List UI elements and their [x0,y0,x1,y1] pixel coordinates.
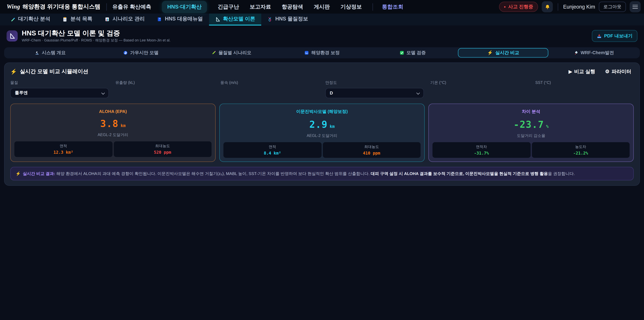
run-comparison-button[interactable]: ▶ 비교 실행 [566,68,598,76]
sst-input[interactable] [535,87,634,97]
app-logo[interactable]: Wing 해양환경 위기대응 통합시스템 [6,3,100,11]
metric-value: 410 ppm [324,151,419,155]
card-metrics: 면적 8.4 km² 최대농도 410 ppm [224,142,420,158]
notifications-button[interactable] [542,1,553,12]
top-nav-right: ● 사고 진행중 Eunjeong Kim 로그아웃 [499,1,641,12]
gear-icon: ⚙ [605,69,610,75]
note-text: 해양 환경에서 ALOHA의 과대 예측 경향이 확인됩니다. 이문진박사모델은… [55,171,371,176]
pencil-icon [212,51,216,55]
subtab-hns-substance-info[interactable]: HNS 물질정보 [261,14,314,26]
tab-realtime-comparison[interactable]: ⚡ 실시간 비교 [458,48,548,57]
air-temp-input[interactable] [430,88,529,98]
card-unit: km [120,123,126,128]
nav-item-weather[interactable]: 기상정보 [340,3,362,11]
tab-substance-scenarios[interactable]: 물질별 시나리오 [186,48,277,57]
card-caption: 도달거리 감소율 [432,133,630,138]
note-bold-text: 대피 구역 설정 시 ALOHA 결과를 보수적 기준으로, 이문진박사모델을 … [371,171,548,176]
metric-value: -31.7% [434,151,529,155]
check-icon [400,51,404,55]
lightning-icon: ⚡ [16,171,21,176]
subtab-label: HNS 물질정보 [276,16,308,23]
tab-system-overview[interactable]: 시스템 개요 [5,48,96,57]
metric-label: 최대농도 [324,144,419,150]
metric-label: 면적차 [434,144,529,150]
card-caption: AEGL-2 도달거리 [14,132,212,138]
hamburger-icon [632,5,638,9]
simulation-controls: 물질 톨루엔 유출량 (kL) 풍속 (m/s) 안정도 D [10,80,634,98]
stability-select[interactable]: D [325,88,424,98]
top-navigation-bar: Wing 해양환경 위기대응 통합시스템 유출유 확산예측 HNS·대기확산 긴… [0,0,644,14]
card-main-value: 3.8km [14,118,212,129]
card-main-value: -23.7% [432,119,630,130]
metric-max-concentration: 최대농도 410 ppm [323,142,420,158]
panel-title-text: 실시간 모델 비교 시뮬레이션 [20,68,88,75]
nav-item-emergency-rescue[interactable]: 긴급구난 [218,3,239,11]
section-tab-strip: 시스템 개요 가우시안 모델 물질별 시나리오 해양환경 보정 모델 검증 [4,47,640,58]
substance-select-value: 톨루엔 [15,90,28,96]
subtab-hns-manual[interactable]: HNS 대응매뉴얼 [151,14,209,26]
tab-wrf-chem-advancement[interactable]: WRF-Chem발전 [548,48,639,57]
metric-label: 최대농도 [115,143,210,149]
book-icon [157,17,162,22]
difference-analysis-card: 차이 분석 -23.7% 도달거리 감소율 면적차 -31.7% 농도차 -21… [428,104,634,162]
field-stability: 안정도 D [325,80,424,98]
nav-item-aerial-search[interactable]: 항공탐색 [282,3,303,11]
metric-value: 8.4 km² [225,151,320,155]
lee-moonjin-result-card: 이문진박사모델 (해양보정) 2.9km AEGL-2 도달거리 면적 8.4 … [219,104,425,162]
logout-button[interactable]: 로그아웃 [599,2,626,12]
parameters-button[interactable]: ⚙ 파라미터 [602,68,634,76]
tab-label: 시스템 개요 [42,50,66,56]
page-title: HNS 대기확산 모델 이론 및 검증 [22,29,170,37]
nav-item-oil-spill[interactable]: 유출유 확산예측 [112,3,151,11]
wind-speed-input[interactable] [220,88,319,98]
pen-icon [10,17,15,22]
tab-marine-correction[interactable]: 해양환경 보정 [277,48,367,57]
card-title: 이문진박사모델 (해양보정) [224,109,420,115]
field-wind-speed: 풍속 (m/s) [220,80,319,98]
metric-area: 면적 8.4 km² [224,142,321,158]
subtab-atmospheric-analysis[interactable]: 대기확산 분석 [4,14,56,26]
nav-item-hns-atmospheric[interactable]: HNS·대기확산 [162,1,207,13]
menu-button[interactable] [630,1,641,12]
card-title: 차이 분석 [432,109,630,115]
spill-volume-input[interactable] [115,88,214,98]
substance-select[interactable]: 톨루엔 [10,88,109,98]
metric-label: 농도차 [533,144,628,150]
stability-select-value: D [330,91,333,96]
subtab-diffusion-model-theory[interactable]: 확산모델 이론 [209,14,261,26]
lightning-icon: ⚡ [487,50,493,56]
result-cards: ALOHA (EPA) 3.8km AEGL-2 도달거리 면적 12.3 km… [10,104,634,162]
card-value: 3.8 [100,118,118,129]
comparison-result-note: ⚡실시간 비교 결과: 해양 환경에서 ALOHA의 과대 예측 경향이 확인됩… [10,167,634,180]
metric-value: 12.3 km² [16,150,111,155]
card-caption: AEGL-2 도달거리 [224,133,420,138]
subtab-analysis-list[interactable]: 분석 목록 [56,14,98,26]
field-label: 기온 (°C) [430,80,529,85]
card-metrics: 면적 12.3 km² 최대농도 520 ppm [14,141,212,157]
pdf-export-button[interactable]: PDF 내보내기 [592,30,638,42]
metric-area-difference: 면적차 -31.7% [432,142,530,158]
tab-label: 실시간 비교 [496,50,519,56]
nav-item-board[interactable]: 게시판 [314,3,330,11]
tab-label: 해양환경 보정 [311,50,340,56]
wave-icon [304,51,309,55]
tab-label: WRF-Chem발전 [580,50,614,56]
logo-text: 해양환경 위기대응 통합시스템 [22,3,100,11]
chevron-down-icon [416,91,420,95]
tab-gaussian-model[interactable]: 가우시안 모델 [96,48,186,57]
subtab-scenario-management[interactable]: 시나리오 관리 [98,14,151,26]
nav-item-reports[interactable]: 보고자료 [250,3,271,11]
subtab-label: 분석 목록 [70,16,92,23]
note-text: 을 권장합니다. [548,171,575,176]
tab-model-validation[interactable]: 모델 검증 [367,48,458,57]
page-header: HNS 대기확산 모델 이론 및 검증 WRF-Chem · Gaussian … [0,26,644,46]
metric-max-concentration: 최대농도 520 ppm [114,141,212,157]
tab-label: 물질별 시나리오 [218,50,252,56]
microscope-icon [35,51,40,55]
panel-title: ⚡ 실시간 모델 비교 시뮬레이션 [10,68,88,75]
dna-icon [268,17,272,22]
metric-value: -21.2% [533,151,628,155]
field-air-temp: 기온 (°C) [430,80,529,98]
page-title-block: HNS 대기확산 모델 이론 및 검증 WRF-Chem · Gaussian … [22,29,170,43]
nav-item-integrated-search[interactable]: 통합조회 [372,3,403,11]
